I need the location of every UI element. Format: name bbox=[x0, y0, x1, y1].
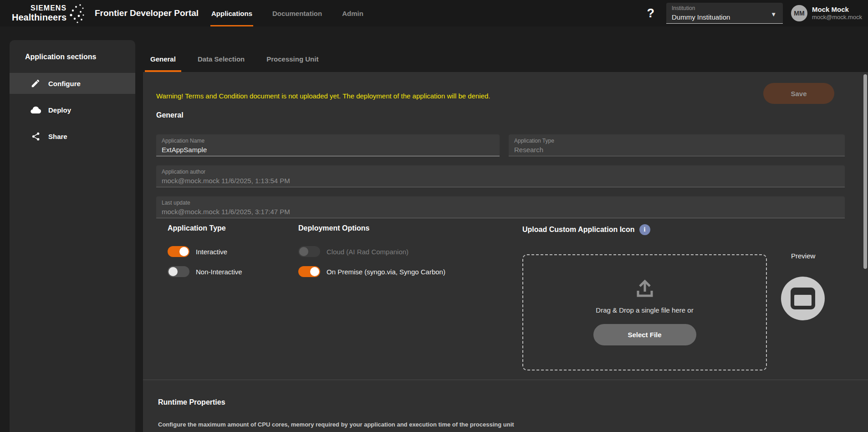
save-button[interactable]: Save bbox=[763, 83, 834, 104]
sidebar: Application sections Configure Deploy Sh… bbox=[10, 40, 135, 432]
tab-processing-unit[interactable]: Processing Unit bbox=[261, 46, 324, 72]
header-right: ? Institution Dummy Instituation ▼ MM Mo… bbox=[647, 0, 863, 26]
warning-message: Warning! Terms and Condition document is… bbox=[156, 92, 490, 100]
on-premise-toggle[interactable] bbox=[298, 266, 320, 277]
vertical-scrollbar[interactable] bbox=[863, 74, 867, 269]
field-value: mock@mock.mock 11/6/2025, 3:17:47 PM bbox=[162, 207, 845, 217]
field-label: Last update bbox=[162, 200, 845, 207]
sidebar-item-label: Deploy bbox=[48, 106, 71, 114]
sidebar-title: Application sections bbox=[25, 53, 135, 61]
user-meta: Mock Mock mock@mock.mock bbox=[812, 5, 862, 21]
app-header: SIEMENS Healthineers Frontier Developer … bbox=[0, 0, 868, 26]
field-value: ExtAppSample bbox=[162, 145, 500, 155]
field-value: mock@mock.mock 11/6/2025, 1:13:54 PM bbox=[162, 176, 845, 186]
avatar[interactable]: MM bbox=[791, 5, 807, 21]
nav-item-applications[interactable]: Applications bbox=[210, 0, 253, 26]
user-email: mock@mock.mock bbox=[812, 14, 862, 21]
application-author-field: Application author mock@mock.mock 11/6/2… bbox=[156, 165, 845, 187]
help-icon[interactable]: ? bbox=[647, 6, 655, 21]
sidebar-item-deploy[interactable]: Deploy bbox=[10, 99, 135, 120]
sidebar-item-configure[interactable]: Configure bbox=[10, 73, 135, 94]
runtime-properties-description: Configure the maximum amount of CPU core… bbox=[158, 421, 514, 428]
cloud-toggle bbox=[298, 246, 320, 257]
sidebar-item-share[interactable]: Share bbox=[10, 126, 135, 147]
institution-value: Dummy Instituation bbox=[672, 12, 777, 22]
brand-line1: SIEMENS bbox=[31, 5, 66, 12]
institution-label: Institution bbox=[672, 5, 777, 12]
toggle-row-cloud: Cloud (AI Rad Companion) bbox=[298, 246, 408, 257]
main-panel: Warning! Terms and Condition document is… bbox=[143, 72, 868, 432]
user-name: Mock Mock bbox=[812, 5, 862, 14]
toggle-label: Non-Interactive bbox=[196, 268, 242, 276]
general-section-title: General bbox=[156, 111, 184, 119]
sidebar-item-label: Share bbox=[48, 133, 67, 140]
upload-icon-title: Upload Custom Application Icon i bbox=[522, 224, 650, 235]
top-nav: Applications Documentation Admin bbox=[210, 0, 383, 26]
app-window: SIEMENS Healthineers Frontier Developer … bbox=[0, 0, 868, 432]
select-file-button[interactable]: Select File bbox=[593, 324, 696, 345]
runtime-properties-title: Runtime Properties bbox=[158, 398, 225, 406]
dropzone-text: Drag & Drop a single file here or bbox=[596, 306, 693, 314]
application-window-icon bbox=[791, 288, 815, 309]
tab-general[interactable]: General bbox=[145, 46, 181, 72]
preview-label: Preview bbox=[791, 252, 815, 260]
sidebar-item-label: Configure bbox=[48, 80, 81, 87]
institution-select[interactable]: Institution Dummy Instituation ▼ bbox=[666, 3, 783, 24]
interactive-toggle[interactable] bbox=[168, 246, 189, 257]
deployment-options-title: Deployment Options bbox=[298, 224, 369, 232]
icon-preview bbox=[781, 277, 825, 320]
field-value: Research bbox=[514, 145, 845, 155]
field-label: Application Type bbox=[514, 138, 845, 145]
toggle-label: Cloud (AI Rad Companion) bbox=[327, 248, 408, 256]
field-label: Application author bbox=[162, 169, 845, 176]
last-update-field: Last update mock@mock.mock 11/6/2025, 3:… bbox=[156, 196, 845, 218]
application-type-field: Application Type Research bbox=[509, 134, 845, 156]
toggle-row-on-premise: On Premise (syngo.via, Syngo Carbon) bbox=[298, 266, 445, 277]
brand-line2: Healthineers bbox=[12, 13, 66, 22]
toggle-label: Interactive bbox=[196, 248, 227, 256]
content-tabs: General Data Selection Processing Unit bbox=[145, 46, 335, 72]
share-icon bbox=[30, 131, 41, 142]
nav-item-admin[interactable]: Admin bbox=[341, 0, 364, 26]
upload-icon bbox=[632, 274, 658, 300]
application-name-field[interactable]: Application Name ExtAppSample bbox=[156, 134, 500, 156]
pencil-icon bbox=[30, 78, 41, 89]
toggle-row-non-interactive: Non-Interactive bbox=[168, 266, 242, 277]
info-icon[interactable]: i bbox=[639, 224, 650, 235]
cloud-icon bbox=[30, 104, 41, 115]
section-divider bbox=[143, 380, 868, 380]
nav-item-documentation[interactable]: Documentation bbox=[271, 0, 323, 26]
toggle-label: On Premise (syngo.via, Syngo Carbon) bbox=[327, 268, 445, 276]
application-type-title: Application Type bbox=[168, 224, 226, 232]
tab-data-selection[interactable]: Data Selection bbox=[192, 46, 250, 72]
portal-title: Frontier Developer Portal bbox=[95, 0, 199, 26]
icon-dropzone[interactable]: Drag & Drop a single file here or Select… bbox=[522, 254, 767, 370]
field-label: Application Name bbox=[162, 138, 500, 145]
chevron-down-icon: ▼ bbox=[771, 11, 776, 18]
logo-dots-icon bbox=[68, 3, 86, 24]
toggle-row-interactive: Interactive bbox=[168, 246, 227, 257]
siemens-healthineers-logo: SIEMENS Healthineers bbox=[12, 3, 86, 24]
non-interactive-toggle[interactable] bbox=[168, 266, 189, 277]
